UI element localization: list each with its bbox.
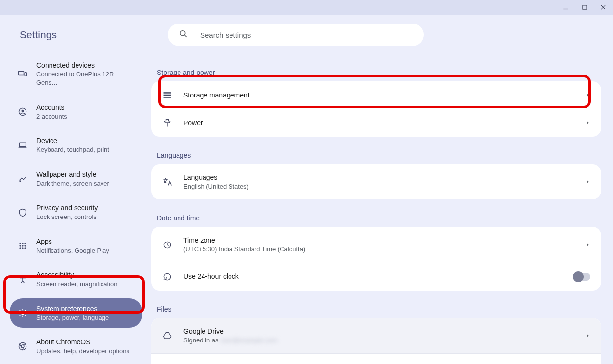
sidebar-item-about[interactable]: About ChromeOSUpdates, help, developer o…: [10, 332, 142, 361]
section-title-storage: Storage and power: [151, 56, 601, 81]
sidebar-item-label: Privacy and security: [36, 203, 98, 213]
drive-icon: [162, 331, 173, 340]
svg-point-17: [22, 245, 23, 246]
power-icon: [162, 118, 173, 128]
row-label: Time zone: [183, 236, 575, 245]
translate-icon: [162, 177, 173, 187]
row-label: Google Drive: [183, 327, 575, 336]
row-sub: (UTC+5:30) India Standard Time (Calcutta…: [183, 245, 575, 254]
row-onedrive[interactable]: OneDriveAdd your Microsoft account: [151, 353, 601, 364]
section-title-languages: Languages: [151, 139, 601, 164]
sidebar-item-label: Device: [36, 136, 109, 146]
svg-point-19: [19, 247, 21, 249]
svg-point-9: [22, 110, 24, 112]
sidebar-item-label: Wallpaper and style: [36, 170, 109, 179]
card-languages: LanguagesEnglish (United States): [151, 164, 601, 199]
sidebar: Connected devicesConnected to OnePlus 12…: [0, 51, 147, 364]
sidebar-item-privacy[interactable]: Privacy and securityLock screen, control…: [10, 197, 142, 227]
svg-point-21: [24, 247, 26, 249]
sidebar-item-label: System preferences: [36, 304, 109, 314]
search-box[interactable]: [168, 24, 424, 46]
sidebar-item-device[interactable]: DeviceKeyboard, touchpad, print: [10, 130, 142, 160]
row-languages[interactable]: LanguagesEnglish (United States): [151, 164, 601, 199]
svg-rect-26: [164, 92, 171, 94]
search-input[interactable]: [199, 30, 413, 40]
sidebar-item-connected-devices[interactable]: Connected devicesConnected to OnePlus 12…: [10, 55, 142, 93]
row-google-drive[interactable]: Google DriveSigned in as user@example.co…: [151, 318, 601, 353]
laptop-icon: [18, 141, 27, 150]
row-24hour-clock[interactable]: 24 Use 24-hour clock: [151, 263, 601, 291]
sidebar-item-sub: Connected to OnePlus 12R Gens…: [36, 70, 134, 87]
svg-point-23: [22, 312, 24, 314]
svg-point-22: [22, 276, 23, 277]
row-label: Use 24-hour clock: [183, 272, 563, 281]
window-titlebar: [0, 0, 613, 15]
svg-rect-27: [164, 95, 171, 96]
svg-text:24: 24: [164, 277, 168, 280]
sidebar-item-accounts[interactable]: Accounts2 accounts: [10, 97, 142, 126]
svg-line-5: [184, 35, 186, 37]
devices-icon: [18, 69, 27, 79]
chevron-right-icon: [586, 91, 590, 99]
card-storage-power: Storage management Power: [151, 81, 601, 137]
sidebar-item-sub: 2 accounts: [36, 112, 67, 121]
sidebar-item-sub: Screen reader, magnification: [36, 280, 117, 289]
chevron-right-icon: [586, 331, 590, 340]
row-label: Storage management: [183, 91, 575, 100]
maximize-button[interactable]: [580, 2, 589, 12]
sidebar-item-sub: Lock screen, controls: [36, 213, 98, 221]
svg-rect-10: [19, 143, 26, 146]
svg-point-12: [19, 180, 21, 182]
sidebar-item-system-preferences[interactable]: System preferencesStorage, power, langua…: [10, 298, 142, 328]
search-icon: [179, 29, 188, 41]
sidebar-item-sub: Notifications, Google Play: [36, 246, 109, 255]
app-header: Settings: [0, 15, 613, 51]
svg-rect-1: [583, 5, 587, 9]
sidebar-item-label: Connected devices: [36, 61, 134, 70]
row-sub: Signed in as user@example.com: [183, 336, 575, 345]
chevron-right-icon: [586, 119, 590, 127]
brush-icon: [18, 174, 27, 184]
close-button[interactable]: [598, 2, 608, 12]
chevron-right-icon: [586, 177, 590, 186]
chrome-icon: [18, 341, 27, 351]
svg-point-14: [22, 243, 23, 244]
toggle-24hour[interactable]: [574, 273, 590, 281]
card-datetime: Time zone(UTC+5:30) India Standard Time …: [151, 227, 601, 290]
page-title: Settings: [20, 29, 57, 41]
storage-icon: [162, 90, 173, 100]
section-title-datetime: Date and time: [151, 201, 601, 227]
sidebar-item-apps[interactable]: AppsNotifications, Google Play: [10, 231, 142, 261]
sidebar-item-label: About ChromeOS: [36, 338, 129, 347]
sidebar-item-accessibility[interactable]: AccessibilityScreen reader, magnificatio…: [10, 265, 142, 294]
clock-icon: [162, 240, 173, 250]
section-title-files: Files: [151, 292, 601, 318]
sidebar-item-wallpaper[interactable]: Wallpaper and styleDark theme, screen sa…: [10, 164, 142, 194]
row-sub: English (United States): [183, 182, 575, 191]
svg-point-16: [19, 245, 21, 246]
row-power[interactable]: Power: [151, 109, 601, 137]
svg-point-18: [24, 245, 26, 246]
accessibility-icon: [18, 274, 27, 284]
chevron-right-icon: [586, 241, 590, 249]
shield-icon: [18, 208, 27, 218]
sidebar-item-sub: Storage, power, language: [36, 314, 109, 322]
svg-point-15: [24, 243, 26, 244]
row-label: Power: [183, 119, 575, 128]
sidebar-item-sub: Updates, help, developer options: [36, 347, 129, 356]
card-files: Google DriveSigned in as user@example.co…: [151, 318, 601, 364]
svg-rect-7: [25, 73, 26, 76]
clock24-icon: 24: [162, 272, 173, 282]
row-timezone[interactable]: Time zone(UTC+5:30) India Standard Time …: [151, 227, 601, 262]
content-area: Storage and power Storage management Pow…: [147, 51, 613, 364]
apps-icon: [18, 241, 27, 251]
sidebar-item-sub: Keyboard, touchpad, print: [36, 146, 109, 154]
svg-rect-6: [19, 71, 24, 75]
sidebar-item-label: Accessibility: [36, 270, 117, 280]
minimize-button[interactable]: [561, 2, 571, 12]
svg-point-4: [180, 31, 185, 36]
row-storage-management[interactable]: Storage management: [151, 81, 601, 109]
svg-point-20: [22, 247, 23, 249]
gear-icon: [18, 308, 27, 318]
svg-rect-28: [164, 97, 171, 98]
